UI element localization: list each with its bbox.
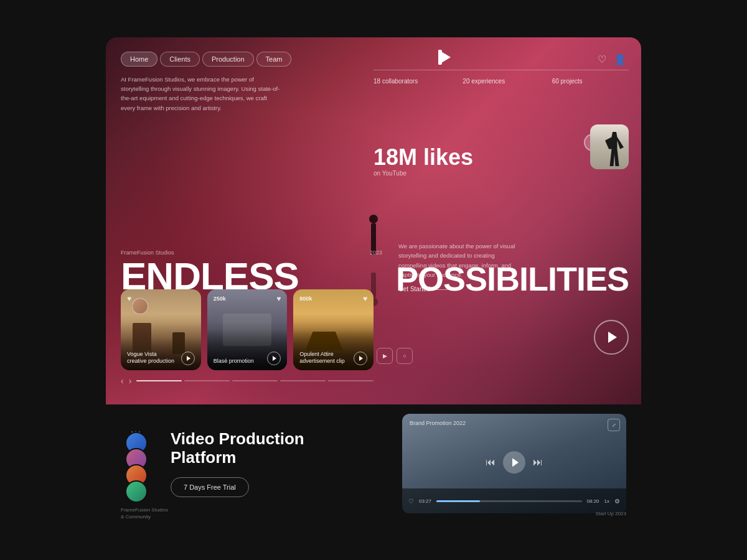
heart-icon[interactable]: ♡: [598, 54, 606, 65]
social-play-icon[interactable]: ▶: [377, 348, 393, 364]
card-play-3[interactable]: [354, 352, 367, 365]
hero-section: Home Clients Production Team ♡ 👤 At Fram…: [106, 37, 641, 404]
video-settings-icon[interactable]: ⚙: [614, 498, 620, 505]
get-started-link[interactable]: Get Started ——→: [398, 286, 629, 292]
progress-nav: ‹ ›: [121, 376, 374, 386]
card-top-1: ♥: [127, 294, 195, 303]
dancer-thumbnail: [590, 124, 629, 169]
progress-seg-2: [184, 380, 230, 381]
card-bottom-1: Vogue Vista creative production: [127, 351, 195, 365]
right-description-text: We are passionate about the power of vis…: [398, 241, 523, 279]
footer: FrameFusion Studios & Community Start Up…: [106, 504, 641, 523]
get-started-arrow: ——→: [435, 286, 454, 292]
card-heart-1[interactable]: ♥: [127, 294, 131, 303]
social-icons: ▶ ○: [377, 348, 413, 364]
video-next-btn[interactable]: ⏭: [533, 457, 543, 468]
social-circle-icon[interactable]: ○: [397, 348, 413, 364]
video-time-total: 08:20: [587, 498, 599, 504]
card-top-2: 250k ♥: [214, 294, 281, 303]
nav-clients[interactable]: Clients: [160, 52, 200, 67]
video-progress-bar[interactable]: [436, 500, 581, 502]
video-progress-fill: [436, 500, 480, 502]
video-speed[interactable]: 1x: [604, 498, 609, 504]
footer-right-text: Start Up 2023: [596, 511, 626, 516]
bottom-title: Video Production Platform: [171, 430, 390, 467]
card-heart-3[interactable]: ♥: [363, 294, 367, 303]
card-title-3: Opulent Attire advertisement clip: [299, 351, 345, 365]
cards-row: ♥ Vogue Vista creative production 250k: [121, 289, 374, 370]
card-avatar-1: [132, 298, 148, 314]
headline-left: FrameFusion Studios 2023 ENDLESS: [121, 250, 382, 296]
nav-links: Home Clients Production Team: [121, 52, 291, 67]
card-play-2[interactable]: [267, 352, 281, 365]
bottom-avatar-4: [125, 480, 148, 503]
year-label: 2023: [370, 250, 382, 256]
nav-icons: ♡ 👤: [598, 54, 626, 65]
card-play-tri-2: [273, 356, 276, 361]
video-expand-icon[interactable]: ⤢: [608, 419, 620, 431]
user-icon[interactable]: 👤: [614, 54, 626, 65]
trial-button[interactable]: 7 Days Free Trial: [171, 477, 249, 497]
card-heart-2[interactable]: ♥: [276, 294, 281, 303]
card-title-2: Blasé promotion: [214, 358, 254, 365]
bottom-avatars: ...: [121, 424, 152, 503]
card-play-tri-3: [359, 356, 363, 361]
svg-rect-1: [438, 50, 442, 65]
video-play-main-btn[interactable]: [503, 451, 525, 474]
play-triangle-icon: [608, 332, 617, 343]
video-time-current: 03:27: [419, 498, 431, 504]
right-description-block: We are passionate about the power of vis…: [398, 241, 629, 292]
nav-production[interactable]: Production: [202, 52, 254, 67]
progress-bar: [136, 380, 374, 381]
navigation: Home Clients Production Team ♡ 👤: [106, 37, 641, 81]
video-play-center: ⏮ ⏭: [486, 451, 543, 474]
nav-team[interactable]: Team: [256, 52, 292, 67]
logo: [436, 49, 453, 70]
card-play-tri-1: [187, 356, 190, 361]
progress-seg-4: [280, 380, 326, 381]
bottom-content: Video Production Platform 7 Days Free Tr…: [164, 430, 390, 497]
next-arrow[interactable]: ›: [129, 376, 132, 386]
nav-home[interactable]: Home: [121, 52, 157, 67]
card-title-1: Vogue Vista creative production: [127, 351, 174, 365]
progress-seg-5: [328, 380, 374, 381]
video-card-3[interactable]: 800k ♥ Opulent Attire advertisement clip: [293, 289, 374, 370]
progress-seg-1: [136, 380, 182, 381]
card-count-2: 250k: [214, 296, 226, 302]
play-button-main[interactable]: [594, 320, 629, 355]
card-top-3: 800k ♥: [299, 294, 367, 303]
likes-platform: on YouTube: [374, 170, 629, 177]
video-play-main-triangle: [512, 458, 519, 467]
video-card-1[interactable]: ♥ Vogue Vista creative production: [121, 289, 201, 370]
video-heart-icon[interactable]: ♡: [408, 498, 414, 505]
card-bottom-2: Blasé promotion: [214, 352, 281, 365]
dancer-figure: [605, 132, 624, 166]
get-started-label: Get Started: [398, 286, 430, 292]
prev-arrow[interactable]: ‹: [121, 376, 124, 386]
progress-seg-3: [232, 380, 278, 381]
video-label: Brand Promotion 2022: [410, 420, 466, 426]
card-play-1[interactable]: [181, 352, 195, 365]
card-count-3: 800k: [299, 296, 312, 302]
video-player: Brand Promotion 2022 ⤢ ⏮ ⏭ ♡ 03:27 08:20…: [402, 414, 626, 513]
video-prev-btn[interactable]: ⏮: [486, 457, 496, 468]
footer-left-text: FrameFusion Studios & Community: [121, 506, 168, 520]
video-card-2[interactable]: 250k ♥ Blasé promotion: [207, 289, 288, 370]
card-bottom-3: Opulent Attire advertisement clip: [299, 351, 367, 365]
